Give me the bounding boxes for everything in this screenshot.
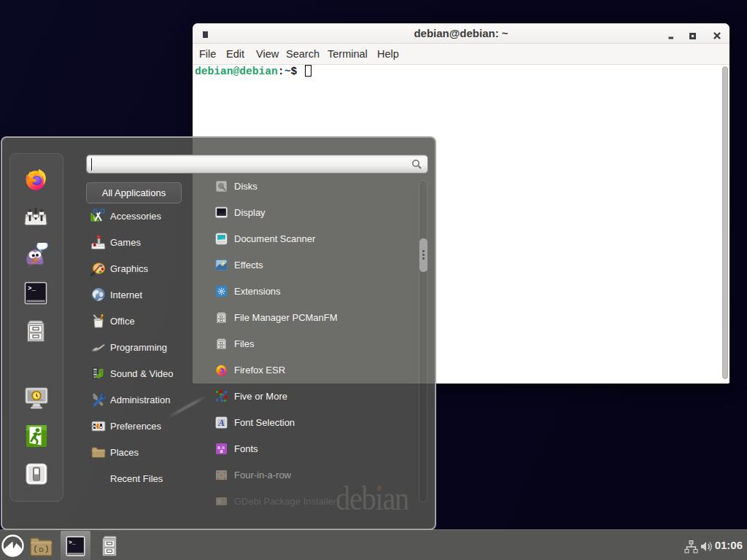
svg-text:>_: >_ [69,539,76,545]
svg-text:a: a [220,448,223,454]
svg-text:A: A [217,417,225,428]
svg-text:D: D [39,546,44,553]
svg-text:>_: >_ [28,285,36,292]
